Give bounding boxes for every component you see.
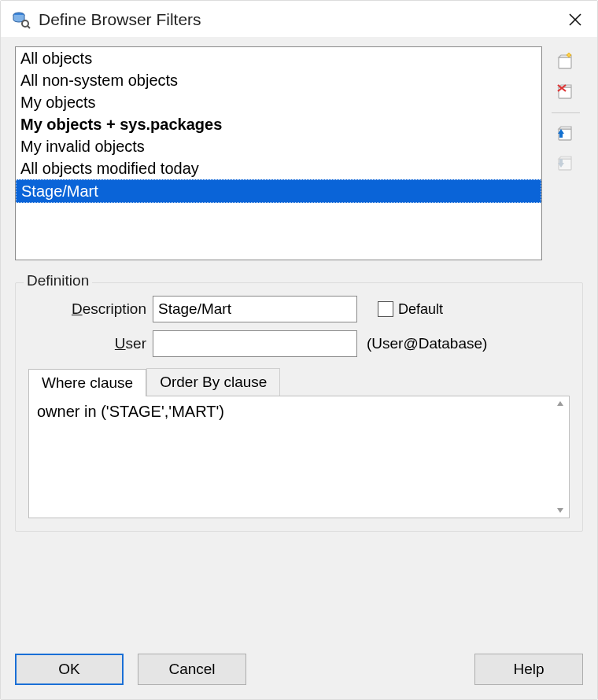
filter-item[interactable]: All non-system objects [16, 69, 541, 91]
user-hint: (User@Database) [367, 335, 487, 352]
svg-line-2 [28, 26, 30, 28]
new-filter-button[interactable] [552, 50, 580, 75]
new-filter-icon [556, 53, 576, 72]
help-button[interactable]: Help [474, 654, 583, 685]
move-down-icon [556, 154, 576, 173]
clause-tabs: Where clause Order By clause [28, 368, 570, 518]
description-row: Description Default [28, 296, 570, 322]
default-checkbox[interactable]: Default [378, 301, 443, 318]
ok-button[interactable]: OK [15, 654, 124, 685]
scroll-up-icon [556, 400, 565, 407]
filter-item[interactable]: My objects + sys.packages [16, 113, 541, 135]
define-browser-filters-dialog: Define Browser Filters All objects All n… [0, 0, 598, 700]
tab-strip: Where clause Order By clause [28, 368, 570, 396]
cancel-button[interactable]: Cancel [138, 654, 246, 685]
toolbar-separator [552, 112, 580, 113]
delete-filter-icon [556, 83, 576, 101]
user-input[interactable] [153, 330, 357, 357]
side-toolbar [548, 46, 583, 260]
where-clause-textarea[interactable] [29, 396, 552, 518]
filters-listbox[interactable]: All objects All non-system objects My ob… [15, 46, 542, 260]
tab-where-clause[interactable]: Where clause [28, 369, 146, 396]
close-icon [568, 13, 582, 27]
dialog-buttons: OK Cancel Help [1, 641, 597, 699]
description-label: Description [28, 300, 146, 318]
filter-database-icon [12, 10, 31, 29]
filter-item[interactable]: My objects [16, 91, 541, 113]
filters-area: All objects All non-system objects My ob… [15, 46, 583, 260]
titlebar: Define Browser Filters [1, 1, 597, 37]
svg-point-1 [22, 20, 28, 27]
dialog-title: Define Browser Filters [39, 10, 564, 29]
dialog-content: All objects All non-system objects My ob… [1, 37, 597, 641]
close-button[interactable] [564, 9, 586, 31]
filter-item-selected[interactable]: Stage/Mart [16, 179, 541, 203]
filter-item[interactable]: All objects [16, 47, 541, 69]
scroll-down-icon [556, 507, 565, 514]
filter-item[interactable]: My invalid objects [16, 135, 541, 157]
move-down-button[interactable] [552, 151, 580, 176]
user-label: User [28, 335, 146, 352]
default-label: Default [398, 301, 443, 318]
textarea-scrollbar[interactable] [552, 396, 569, 518]
svg-rect-14 [559, 134, 563, 138]
user-row: User (User@Database) [28, 330, 570, 357]
tab-body [28, 396, 570, 518]
svg-rect-5 [559, 57, 571, 68]
group-label: Definition [24, 272, 92, 289]
checkbox-icon [378, 301, 393, 317]
delete-filter-button[interactable] [552, 79, 580, 105]
filter-item[interactable]: All objects modified today [16, 157, 541, 179]
move-up-icon [556, 124, 576, 143]
definition-group: Definition Description Default User (Use… [15, 282, 583, 532]
svg-rect-16 [559, 159, 563, 163]
description-input[interactable] [153, 296, 357, 322]
move-up-button[interactable] [552, 121, 580, 146]
tab-order-by-clause[interactable]: Order By clause [146, 368, 280, 396]
